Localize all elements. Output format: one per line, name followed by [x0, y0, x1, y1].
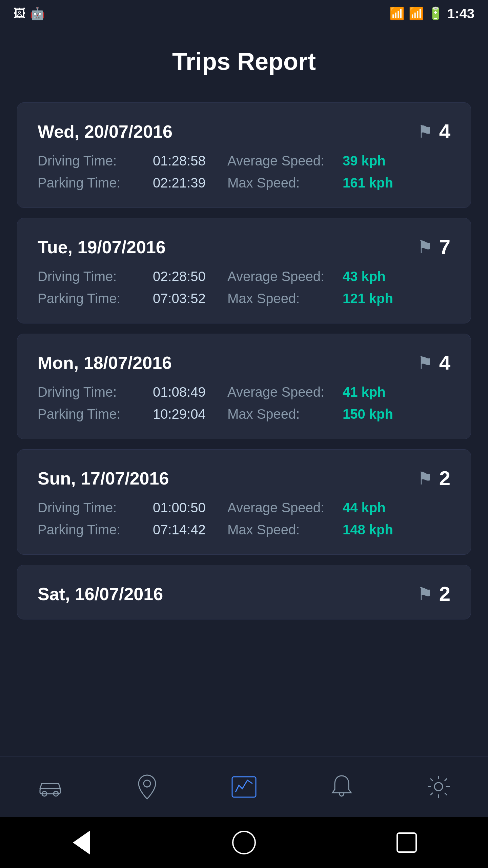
- bell-icon: [331, 774, 353, 800]
- driving-time-label-0: Driving Time:: [38, 153, 153, 169]
- card-trips-1: ⚑ 7: [417, 235, 450, 259]
- gear-icon: [426, 774, 451, 800]
- screenshot-icon: 🖼: [14, 6, 26, 21]
- trips-count-3: 2: [439, 467, 450, 490]
- trips-count-4: 2: [439, 582, 450, 606]
- max-speed-label-0: Max Speed:: [227, 175, 343, 191]
- stat-row-driving-1: Driving Time: 02:28:50 Average Speed: 43…: [38, 269, 450, 284]
- back-icon: [73, 831, 90, 854]
- stat-row-driving-0: Driving Time: 01:28:58 Average Speed: 39…: [38, 153, 450, 169]
- location-icon: [137, 773, 157, 801]
- nav-report[interactable]: [224, 768, 264, 806]
- status-bar: 🖼 🤖 📶 📶 🔋 1:43: [0, 0, 488, 27]
- card-trips-2: ⚑ 4: [417, 351, 450, 374]
- max-speed-label-2: Max Speed:: [227, 407, 343, 422]
- parking-time-label-1: Parking Time:: [38, 291, 153, 306]
- flag-icon-4: ⚑: [417, 584, 433, 604]
- card-header-2: Mon, 18/07/2016 ⚑ 4: [38, 351, 450, 374]
- car-icon: [37, 777, 64, 797]
- avg-speed-value-3: 44 kph: [343, 500, 386, 515]
- card-stats-3: Driving Time: 01:00:50 Average Speed: 44…: [38, 500, 450, 537]
- stat-row-parking-2: Parking Time: 10:29:04 Max Speed: 150 kp…: [38, 407, 450, 422]
- page-title: Trips Report: [172, 47, 316, 75]
- parking-time-value-1: 07:03:52: [153, 291, 227, 306]
- trips-count-2: 4: [439, 351, 450, 374]
- driving-time-label-3: Driving Time:: [38, 500, 153, 515]
- home-icon: [232, 831, 256, 854]
- card-stats-2: Driving Time: 01:08:49 Average Speed: 41…: [38, 384, 450, 422]
- max-speed-value-1: 121 kph: [343, 291, 393, 306]
- avg-speed-value-2: 41 kph: [343, 384, 386, 400]
- bluetooth-icon: 📶: [389, 6, 405, 21]
- chart-icon: [230, 775, 258, 799]
- max-speed-value-2: 150 kph: [343, 407, 393, 422]
- page-title-container: Trips Report: [0, 27, 488, 96]
- avg-speed-label-2: Average Speed:: [227, 384, 343, 400]
- recents-icon: [396, 832, 417, 853]
- flag-icon-0: ⚑: [417, 121, 433, 142]
- recents-button[interactable]: [393, 829, 420, 856]
- avg-speed-label-3: Average Speed:: [227, 500, 343, 515]
- back-button[interactable]: [68, 829, 95, 856]
- nav-car[interactable]: [30, 770, 70, 804]
- flag-icon-3: ⚑: [417, 468, 433, 489]
- home-button[interactable]: [230, 829, 258, 856]
- card-header-4: Sat, 16/07/2016 ⚑ 2: [38, 582, 450, 606]
- nav-alerts[interactable]: [324, 767, 360, 806]
- stat-row-parking-0: Parking Time: 02:21:39 Max Speed: 161 kp…: [38, 175, 450, 191]
- signal-icon: 📶: [409, 6, 424, 21]
- driving-time-value-0: 01:28:58: [153, 153, 227, 169]
- driving-time-label-2: Driving Time:: [38, 384, 153, 400]
- max-speed-value-3: 148 kph: [343, 522, 393, 537]
- android-icon: 🤖: [30, 6, 45, 21]
- parking-time-value-2: 10:29:04: [153, 407, 227, 422]
- avg-speed-value-0: 39 kph: [343, 153, 386, 169]
- status-bar-right-icons: 📶 📶 🔋 1:43: [389, 6, 474, 21]
- trips-count-1: 7: [439, 235, 450, 259]
- parking-time-label-0: Parking Time:: [38, 175, 153, 191]
- card-trips-4: ⚑ 2: [417, 582, 450, 606]
- avg-speed-value-1: 43 kph: [343, 269, 386, 284]
- battery-icon: 🔋: [428, 6, 443, 21]
- parking-time-value-0: 02:21:39: [153, 175, 227, 191]
- card-header-0: Wed, 20/07/2016 ⚑ 4: [38, 120, 450, 143]
- card-stats-0: Driving Time: 01:28:58 Average Speed: 39…: [38, 153, 450, 191]
- stat-row-driving-2: Driving Time: 01:08:49 Average Speed: 41…: [38, 384, 450, 400]
- max-speed-label-1: Max Speed:: [227, 291, 343, 306]
- card-date-4: Sat, 16/07/2016: [38, 584, 163, 604]
- max-speed-value-0: 161 kph: [343, 175, 393, 191]
- svg-point-3: [144, 780, 150, 787]
- trip-card-3[interactable]: Sun, 17/07/2016 ⚑ 2 Driving Time: 01:00:…: [17, 449, 471, 555]
- trip-card-0[interactable]: Wed, 20/07/2016 ⚑ 4 Driving Time: 01:28:…: [17, 102, 471, 208]
- nav-location[interactable]: [130, 767, 164, 807]
- cards-container: Wed, 20/07/2016 ⚑ 4 Driving Time: 01:28:…: [0, 96, 488, 756]
- parking-time-label-3: Parking Time:: [38, 522, 153, 537]
- max-speed-label-3: Max Speed:: [227, 522, 343, 537]
- status-bar-left-icons: 🖼 🤖: [14, 6, 45, 21]
- trip-card-4[interactable]: Sat, 16/07/2016 ⚑ 2: [17, 565, 471, 619]
- card-date-1: Tue, 19/07/2016: [38, 237, 166, 257]
- system-nav: [0, 817, 488, 868]
- stat-row-parking-3: Parking Time: 07:14:42 Max Speed: 148 kp…: [38, 522, 450, 537]
- bottom-nav: [0, 756, 488, 817]
- card-stats-1: Driving Time: 02:28:50 Average Speed: 43…: [38, 269, 450, 306]
- card-trips-0: ⚑ 4: [417, 120, 450, 143]
- trip-card-1[interactable]: Tue, 19/07/2016 ⚑ 7 Driving Time: 02:28:…: [17, 218, 471, 323]
- avg-speed-label-0: Average Speed:: [227, 153, 343, 169]
- trip-card-2[interactable]: Mon, 18/07/2016 ⚑ 4 Driving Time: 01:08:…: [17, 334, 471, 439]
- parking-time-value-3: 07:14:42: [153, 522, 227, 537]
- card-header-1: Tue, 19/07/2016 ⚑ 7: [38, 235, 450, 259]
- driving-time-value-2: 01:08:49: [153, 384, 227, 400]
- svg-rect-4: [232, 777, 256, 797]
- card-date-2: Mon, 18/07/2016: [38, 353, 172, 373]
- trips-count-0: 4: [439, 120, 450, 143]
- flag-icon-2: ⚑: [417, 353, 433, 373]
- driving-time-label-1: Driving Time:: [38, 269, 153, 284]
- parking-time-label-2: Parking Time:: [38, 407, 153, 422]
- status-time: 1:43: [447, 6, 474, 21]
- nav-settings[interactable]: [419, 767, 458, 806]
- flag-icon-1: ⚑: [417, 237, 433, 257]
- card-header-3: Sun, 17/07/2016 ⚑ 2: [38, 467, 450, 490]
- driving-time-value-3: 01:00:50: [153, 500, 227, 515]
- avg-speed-label-1: Average Speed:: [227, 269, 343, 284]
